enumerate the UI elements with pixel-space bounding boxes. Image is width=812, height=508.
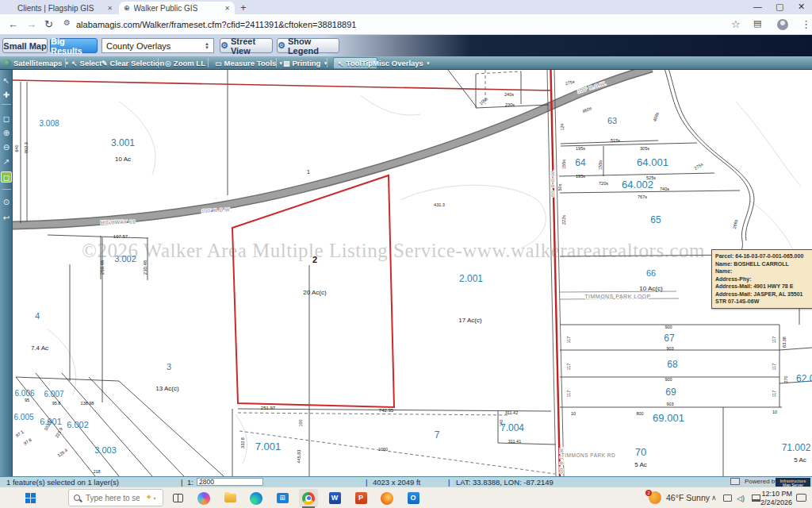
select-tool-button[interactable]: ↖Select	[71, 57, 102, 69]
map-label: 1	[307, 169, 310, 175]
parcel-map[interactable]: 3.0083.00110 Ac640802.33.002197.57259.48…	[13, 70, 812, 476]
map-label: 100' R.O.W.	[201, 207, 232, 214]
divider: |	[448, 478, 450, 487]
map-label: 62.0	[796, 373, 812, 384]
map-label: 105s	[478, 96, 488, 106]
full-extent-tool-icon[interactable]: ↗	[1, 156, 12, 167]
sidebar-panel-icon[interactable]: ▤	[753, 18, 761, 29]
badge-line1: Infrastructure	[776, 479, 810, 483]
forward-icon[interactable]: →	[26, 18, 36, 30]
url-text[interactable]: alabamagis.com/Walker/frameset.cfm?cfid=…	[76, 20, 356, 29]
tab-clients-flagship-gis[interactable]: Clients | Flagship GIS ✕	[13, 2, 117, 14]
zoom-box-tool-icon[interactable]: ◻	[1, 114, 12, 125]
taskbar-app-file-explorer-icon[interactable]	[220, 489, 239, 507]
previous-extent-tool-icon[interactable]: ↩	[1, 213, 12, 224]
map-label: 124	[560, 123, 565, 130]
weather-condition: Sunny	[686, 493, 710, 502]
taskbar-app-store-icon[interactable]	[273, 489, 292, 507]
window-minimize-button[interactable]: —	[753, 2, 762, 11]
map-label: 125.4	[56, 448, 68, 458]
show-legend-button[interactable]: ⚙Show Legend	[277, 38, 339, 53]
clear-selection-button[interactable]: ✎Clear Selection	[102, 57, 164, 69]
map-label: 240s	[504, 92, 514, 97]
info-tool-icon[interactable]: ⊙	[1, 197, 12, 208]
zoom-ll-button[interactable]: ◎Zoom LL	[165, 57, 205, 69]
county-overlays-select[interactable]: County Overlays ▲▼	[102, 38, 214, 53]
identify-tool-icon-active[interactable]: ◻	[1, 171, 12, 183]
taskbar-search-box[interactable]: ✦✦	[68, 489, 163, 506]
select-spinner-icon[interactable]: ▲▼	[205, 42, 209, 50]
map-tool-strip: ↖ ✚ ◻ ⊕ ⊖ ↗ ◻ ⊙ ↩	[0, 70, 13, 476]
map-label: 10 Ac	[115, 156, 131, 163]
date-text: 2/24/2026	[760, 498, 792, 506]
map-dimensions-text: 4023 x 2049 ft	[373, 478, 420, 487]
taskbar-app-task-view-icon[interactable]	[168, 489, 187, 507]
big-results-button[interactable]: Big Results	[50, 38, 98, 53]
taskbar-app-outlook-icon[interactable]	[404, 489, 423, 507]
street-view-button[interactable]: ⚙Street View	[220, 38, 273, 53]
reload-icon[interactable]: ↻	[44, 18, 53, 30]
map-label: 80' R.O.W.	[550, 170, 555, 197]
pan-tool-icon[interactable]: ✚	[1, 90, 12, 101]
new-tab-button[interactable]: +	[240, 2, 247, 13]
taskbar-app-powerpoint-icon[interactable]	[351, 489, 370, 507]
small-map-button[interactable]: Small Map	[2, 38, 48, 53]
search-input[interactable]	[84, 493, 141, 503]
taskbar-app-firefox-icon[interactable]	[377, 489, 396, 507]
tray-chevron-icon[interactable]: ∧	[711, 494, 717, 502]
map-label: 100	[298, 419, 303, 426]
select-label: Select	[80, 59, 102, 67]
globe-icon	[4, 60, 11, 67]
map-label: 230s	[505, 102, 515, 107]
measure-tools-label: Measure Tools	[224, 59, 277, 67]
tooltip-address-mail2: Address-Mail: JASPER, AL 35501	[715, 291, 810, 298]
copilot-icon	[197, 492, 210, 505]
map-label: 4	[35, 311, 40, 321]
tooltip-str: STR 07-14S-06W	[715, 298, 810, 306]
map-label: 13 Ac(c)	[155, 385, 179, 392]
window-close-button[interactable]: ✕	[798, 2, 805, 12]
map-label: 17 Ac(c)	[458, 317, 482, 324]
tooltip-address-phy: Address-Phy:	[715, 275, 810, 283]
window-maximize-button[interactable]: ▢	[776, 2, 783, 12]
browser-menu-icon[interactable]: ⋮	[801, 18, 811, 30]
map-label: 230.48	[143, 260, 147, 275]
tray-speaker-icon[interactable]: ◁)	[737, 495, 745, 502]
measure-tools-button[interactable]: ▭Measure Tools▼	[215, 57, 283, 69]
taskbar-clock[interactable]: 12:10 PM2/24/2026	[754, 490, 792, 506]
taskbar-app-word-icon[interactable]	[325, 489, 344, 507]
gis-toolbar-secondary: Satellitemaps▼ ↖Select ✎Clear Selection …	[0, 56, 812, 70]
map-label: TIMMONS PARK LOOP	[584, 294, 650, 299]
browser-tab-bar: Clients | Flagship GIS ✕ ⊕ Walker Public…	[0, 0, 812, 14]
bookmark-star-icon[interactable]: ☆	[731, 18, 741, 30]
scale-input[interactable]	[197, 478, 263, 486]
map-label: 900	[665, 377, 672, 382]
taskbar-app-edge-icon[interactable]	[247, 489, 266, 507]
map-label: 515s	[611, 138, 620, 143]
weather-text[interactable]: 46°F Sunny	[666, 493, 710, 502]
taskbar-app-copilot-icon[interactable]	[194, 489, 213, 507]
tray-chat-icon[interactable]	[723, 495, 732, 502]
tab-walker-public-gis[interactable]: ⊕ Walker Public GIS ✕	[119, 2, 235, 14]
map-label: 275s	[693, 161, 704, 171]
back-icon[interactable]: ←	[8, 18, 18, 30]
tooltip-toggle-button[interactable]: ↖ToolTip	[333, 57, 377, 69]
notification-center-icon[interactable]	[796, 494, 806, 502]
profile-avatar[interactable]	[777, 19, 788, 30]
site-settings-icon[interactable]: ⚙	[63, 18, 71, 27]
satellitemaps-button[interactable]: Satellitemaps▼	[4, 57, 69, 69]
zoom-out-tool-icon[interactable]: ⊖	[1, 142, 12, 153]
tab-close-icon[interactable]: ✕	[107, 5, 113, 12]
toolbar-divider	[327, 58, 327, 67]
start-button[interactable]	[25, 493, 30, 498]
map-label: 117	[566, 337, 571, 344]
map-label: 3.008	[39, 119, 59, 128]
map-label: 767s	[638, 194, 647, 199]
target-icon: ◎	[165, 60, 171, 67]
taskbar-app-chrome-icon[interactable]	[299, 489, 318, 507]
misc-overlays-button[interactable]: Misc Overlays▼	[373, 57, 431, 69]
zoom-in-tool-icon[interactable]: ⊕	[1, 128, 12, 139]
tab-close-icon[interactable]: ✕	[224, 5, 230, 12]
pointer-tool-icon[interactable]: ↖	[1, 75, 12, 87]
printing-button[interactable]: ▤Printing▼	[283, 57, 327, 69]
